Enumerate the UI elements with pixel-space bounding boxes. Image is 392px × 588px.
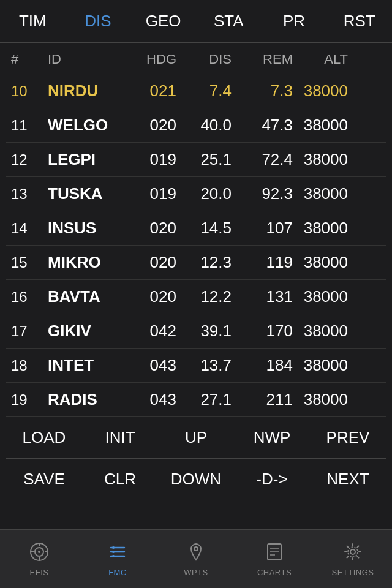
bottom-nav-wpts[interactable]: WPTS <box>157 541 235 577</box>
tab-dis[interactable]: DIS <box>66 1 131 42</box>
cell-num: 19 <box>11 391 48 409</box>
cell-dis: 12.3 <box>176 253 232 272</box>
tab-tim[interactable]: TIM <box>0 1 66 42</box>
cell-id: TUSKA <box>48 184 121 203</box>
fmc-label: FMC <box>108 568 127 577</box>
bottom-nav-charts[interactable]: CHARTS <box>235 541 314 577</box>
table-row[interactable]: 11 WELGO 020 40.0 47.3 38000 <box>6 108 386 143</box>
cell-alt: 38000 <box>293 253 354 272</box>
wpts-icon <box>186 541 206 565</box>
svg-point-12 <box>112 555 115 557</box>
cell-alt: 38000 <box>293 390 354 409</box>
table-row[interactable]: 16 BAVTA 020 12.2 131 38000 <box>6 280 386 314</box>
cell-num: 11 <box>11 117 48 134</box>
top-nav: TIM DIS GEO STA PR RST <box>0 0 392 43</box>
tab-pr[interactable]: PR <box>262 1 327 42</box>
up-button[interactable]: UP <box>158 428 234 447</box>
cell-alt: 38000 <box>293 184 354 203</box>
action-row-1: LOAD INIT UP NWP PREV <box>6 417 386 459</box>
wpts-label: WPTS <box>184 568 208 577</box>
cell-hdg: 019 <box>121 150 176 169</box>
table-row[interactable]: 18 INTET 043 13.7 184 38000 <box>6 349 386 383</box>
cell-hdg: 020 <box>121 287 176 306</box>
tab-sta[interactable]: STA <box>196 1 262 42</box>
cell-num: 17 <box>11 323 48 340</box>
cell-alt: 38000 <box>293 219 354 238</box>
cell-id: LEGPI <box>48 150 121 169</box>
cell-id: INTET <box>48 356 121 375</box>
col-header-alt: ALT <box>293 51 354 67</box>
cell-num: 16 <box>11 288 48 306</box>
tab-geo[interactable]: GEO <box>130 1 196 42</box>
clr-button[interactable]: CLR <box>82 470 158 489</box>
action-grid: LOAD INIT UP NWP PREV SAVE CLR DOWN -D->… <box>0 417 392 500</box>
cell-id: GIKIV <box>48 322 121 341</box>
cell-hdg: 043 <box>121 390 176 409</box>
tab-rst[interactable]: RST <box>326 1 392 42</box>
next-button[interactable]: NEXT <box>310 470 386 489</box>
cell-rem: 72.4 <box>232 150 293 169</box>
action-row-2: SAVE CLR DOWN -D-> NEXT <box>6 459 386 500</box>
col-header-rem: REM <box>232 51 293 67</box>
cell-dis: 20.0 <box>176 184 232 203</box>
table-row[interactable]: 10 NIRDU 021 7.4 7.3 38000 <box>6 74 386 108</box>
table-body: 10 NIRDU 021 7.4 7.3 38000 11 WELGO 020 … <box>6 74 386 417</box>
cell-hdg: 020 <box>121 116 176 135</box>
charts-label: CHARTS <box>257 568 292 577</box>
svg-point-2 <box>38 551 40 553</box>
cell-num: 13 <box>11 186 48 203</box>
nwp-button[interactable]: NWP <box>234 428 310 447</box>
cell-rem: 7.3 <box>232 81 293 100</box>
cell-alt: 38000 <box>293 81 354 100</box>
svg-point-18 <box>350 549 355 554</box>
cell-id: NIRDU <box>48 81 121 100</box>
col-header-num: # <box>11 51 48 67</box>
cell-num: 18 <box>11 357 48 374</box>
svg-point-13 <box>194 547 198 551</box>
table-row[interactable]: 17 GIKIV 042 39.1 170 38000 <box>6 314 386 349</box>
table-header: # ID HDG DIS REM ALT <box>6 43 386 74</box>
cell-alt: 38000 <box>293 150 354 169</box>
cell-hdg: 019 <box>121 184 176 203</box>
cell-dis: 7.4 <box>176 81 232 100</box>
col-header-hdg: HDG <box>121 51 176 67</box>
table-row[interactable]: 15 MIKRO 020 12.3 119 38000 <box>6 246 386 280</box>
settings-icon <box>342 541 363 565</box>
cell-dis: 13.7 <box>176 356 232 375</box>
cell-dis: 39.1 <box>176 322 232 341</box>
bottom-nav-settings[interactable]: SETTINGS <box>314 541 392 577</box>
table-row[interactable]: 19 RADIS 043 27.1 211 38000 <box>6 383 386 417</box>
table-row[interactable]: 14 INSUS 020 14.5 107 38000 <box>6 211 386 246</box>
cell-hdg: 020 <box>121 219 176 238</box>
cell-dis: 40.0 <box>176 116 232 135</box>
cell-hdg: 043 <box>121 356 176 375</box>
cell-alt: 38000 <box>293 287 354 306</box>
table-row[interactable]: 13 TUSKA 019 20.0 92.3 38000 <box>6 177 386 211</box>
fmc-icon <box>107 541 128 565</box>
cell-alt: 38000 <box>293 322 354 341</box>
table-row[interactable]: 12 LEGPI 019 25.1 72.4 38000 <box>6 143 386 177</box>
svg-point-19 <box>348 547 358 557</box>
charts-icon <box>264 541 285 565</box>
down-button[interactable]: DOWN <box>158 470 234 489</box>
efis-label: EFIS <box>30 568 49 577</box>
data-table: # ID HDG DIS REM ALT 10 NIRDU 021 7.4 7.… <box>0 43 392 417</box>
cell-num: 12 <box>11 151 48 168</box>
efis-icon <box>29 541 50 565</box>
cell-rem: 119 <box>232 253 293 272</box>
cell-rem: 184 <box>232 356 293 375</box>
col-header-id: ID <box>48 51 121 67</box>
bottom-nav-fmc[interactable]: FMC <box>78 541 157 577</box>
cell-rem: 47.3 <box>232 116 293 135</box>
cell-hdg: 042 <box>121 322 176 341</box>
load-button[interactable]: LOAD <box>6 428 82 447</box>
save-button[interactable]: SAVE <box>6 470 82 489</box>
cell-rem: 170 <box>232 322 293 341</box>
cell-alt: 38000 <box>293 116 354 135</box>
prev-button[interactable]: PREV <box>310 428 386 447</box>
d-arrow-button[interactable]: -D-> <box>234 470 310 489</box>
col-header-dis: DIS <box>176 51 232 67</box>
cell-id: WELGO <box>48 116 121 135</box>
bottom-nav-efis[interactable]: EFIS <box>0 541 78 577</box>
init-button[interactable]: INIT <box>82 428 158 447</box>
